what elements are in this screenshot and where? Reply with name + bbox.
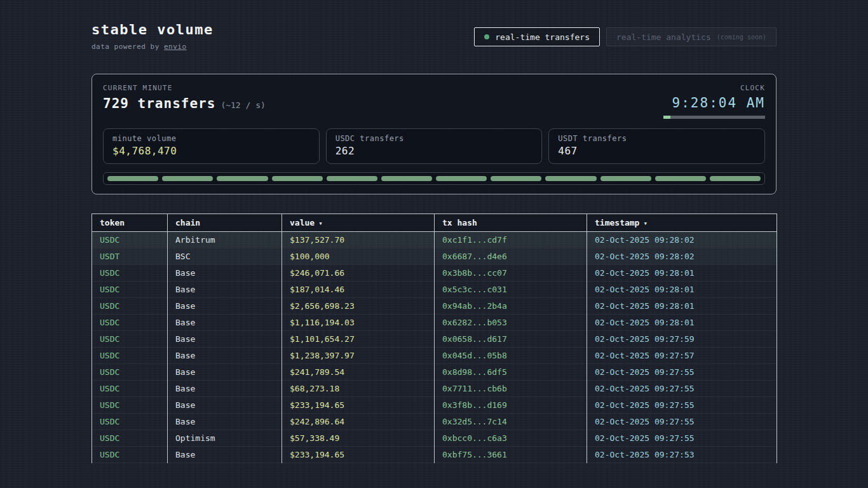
token-cell: USDC xyxy=(92,430,168,447)
tab-realtime-transfers[interactable]: real-time transfers xyxy=(474,27,600,46)
value-cell: $68,273.18 xyxy=(282,381,435,397)
value-cell: $187,014.46 xyxy=(282,281,435,298)
page-title: stable volume xyxy=(92,22,214,37)
column-label: tx hash xyxy=(442,218,477,227)
minute-segment xyxy=(217,176,268,181)
timestamp-cell: 02-Oct-2025 09:28:02 xyxy=(587,232,777,248)
value-cell: $246,071.66 xyxy=(282,265,435,281)
column-header-tx-hash: tx hash xyxy=(435,214,587,232)
minute-segment xyxy=(600,176,651,181)
stat-label: USDT transfers xyxy=(558,134,756,143)
transfers-rate: (~12 / s) xyxy=(220,100,265,110)
chain-cell: Base xyxy=(168,397,282,414)
timestamp-cell: 02-Oct-2025 09:28:01 xyxy=(587,265,777,281)
tx-hash-link[interactable]: 0xc1f1...cd7f xyxy=(435,232,587,248)
transfers-table: tokenchainvalue▾tx hashtimestamp▾ USDCAr… xyxy=(92,214,777,463)
coming-soon-badge: (coming soon) xyxy=(717,34,766,41)
stat-box-minute-volume: minute volume $4,768,470 xyxy=(103,128,320,164)
minute-segment xyxy=(162,176,213,181)
stat-boxes: minute volume $4,768,470 USDC transfers … xyxy=(103,128,765,164)
tx-hash-link[interactable]: 0x5c3c...c031 xyxy=(435,281,587,298)
tx-hash-link[interactable]: 0x8d98...6df5 xyxy=(435,364,587,381)
tx-hash-link[interactable]: 0x0658...d617 xyxy=(435,331,587,348)
chain-cell: Base xyxy=(168,298,282,315)
chain-cell: Base xyxy=(168,281,282,298)
tx-hash-link[interactable]: 0x6282...b053 xyxy=(435,315,587,331)
tx-hash-link[interactable]: 0x3b8b...cc07 xyxy=(435,265,587,281)
tx-hash-link[interactable]: 0x3f8b...d169 xyxy=(435,397,587,414)
tx-hash-link[interactable]: 0x32d5...7c14 xyxy=(435,414,587,430)
token-cell: USDC xyxy=(92,348,168,364)
tx-hash-link[interactable]: 0x045d...05b8 xyxy=(435,348,587,364)
token-cell: USDC xyxy=(92,232,168,248)
value-cell: $1,238,397.97 xyxy=(282,348,435,364)
timestamp-cell: 02-Oct-2025 09:27:57 xyxy=(587,348,777,364)
value-cell: $242,896.64 xyxy=(282,414,435,430)
tx-hash-link[interactable]: 0x7711...cb6b xyxy=(435,381,587,397)
chain-cell: Base xyxy=(168,331,282,348)
chain-cell: Base xyxy=(168,381,282,397)
sort-desc-icon: ▾ xyxy=(318,219,323,227)
column-header-timestamp[interactable]: timestamp▾ xyxy=(587,214,777,232)
token-cell: USDC xyxy=(92,397,168,414)
table-row: USDCBase$233,194.650xbf75...366102-Oct-2… xyxy=(92,447,777,463)
transfers-count: 729 transfers xyxy=(103,96,215,111)
value-cell: $57,338.49 xyxy=(282,430,435,447)
segment-bar xyxy=(103,172,765,185)
stat-box-usdt-transfers: USDT transfers 467 xyxy=(548,128,765,164)
envio-link[interactable]: envio xyxy=(164,43,187,51)
table-row: USDCBase$1,238,397.970x045d...05b802-Oct… xyxy=(92,348,777,364)
timestamp-cell: 02-Oct-2025 09:28:01 xyxy=(587,315,777,331)
timestamp-cell: 02-Oct-2025 09:27:55 xyxy=(587,381,777,397)
chain-cell: Base xyxy=(168,414,282,430)
sort-desc-icon: ▾ xyxy=(643,219,648,227)
chain-cell: Base xyxy=(168,364,282,381)
column-label: chain xyxy=(175,218,200,227)
minute-segment xyxy=(710,176,761,181)
tx-hash-link[interactable]: 0x94ab...2b4a xyxy=(435,298,587,315)
timestamp-cell: 02-Oct-2025 09:27:55 xyxy=(587,414,777,430)
token-cell: USDC xyxy=(92,364,168,381)
tx-hash-link[interactable]: 0xbcc0...c6a3 xyxy=(435,430,587,447)
table-row: USDCBase$2,656,698.230x94ab...2b4a02-Oct… xyxy=(92,298,777,315)
timestamp-cell: 02-Oct-2025 09:27:55 xyxy=(587,364,777,381)
token-cell: USDC xyxy=(92,298,168,315)
token-cell: USDC xyxy=(92,265,168,281)
current-minute-panel: CURRENT MINUTE 729 transfers (~12 / s) C… xyxy=(92,74,776,194)
token-cell: USDC xyxy=(92,447,168,463)
value-cell: $233,194.65 xyxy=(282,397,435,414)
token-cell: USDC xyxy=(92,381,168,397)
stat-label: minute volume xyxy=(112,134,310,143)
timestamp-cell: 02-Oct-2025 09:27:59 xyxy=(587,331,777,348)
column-header-token: token xyxy=(92,214,168,232)
chain-cell: Base xyxy=(168,447,282,463)
value-cell: $2,656,698.23 xyxy=(282,298,435,315)
value-cell: $1,116,194.03 xyxy=(282,315,435,331)
live-dot-icon xyxy=(484,34,489,39)
minute-segment xyxy=(436,176,487,181)
minute-segment xyxy=(381,176,432,181)
timestamp-cell: 02-Oct-2025 09:28:01 xyxy=(587,281,777,298)
minute-segment xyxy=(327,176,377,181)
tab-realtime-analytics[interactable]: real-time analytics (coming soon) xyxy=(606,27,776,46)
minute-progress-bar xyxy=(663,116,765,119)
chain-cell: Optimism xyxy=(168,430,282,447)
stat-value: $4,768,470 xyxy=(112,145,310,157)
chain-cell: BSC xyxy=(168,248,282,265)
view-tabs: real-time transfers real-time analytics … xyxy=(474,27,776,46)
clock-block: CLOCK 9:28:04 AM xyxy=(663,84,765,119)
tab-label: real-time transfers xyxy=(495,32,590,42)
chain-cell: Base xyxy=(168,348,282,364)
chain-cell: Base xyxy=(168,265,282,281)
stat-value: 467 xyxy=(558,145,756,157)
clock-label: CLOCK xyxy=(663,84,765,92)
table-body: USDCArbitrum$137,527.700xc1f1...cd7f02-O… xyxy=(92,232,777,463)
tx-hash-link[interactable]: 0xbf75...3661 xyxy=(435,447,587,463)
value-cell: $241,789.54 xyxy=(282,364,435,381)
header: stable volume data powered by envio real… xyxy=(92,22,776,51)
transfers-summary: CURRENT MINUTE 729 transfers (~12 / s) xyxy=(103,84,266,111)
column-header-value[interactable]: value▾ xyxy=(282,214,435,232)
tx-hash-link[interactable]: 0x6687...d4e6 xyxy=(435,248,587,265)
clock-time: 9:28:04 AM xyxy=(663,95,765,111)
column-label: value xyxy=(290,218,315,227)
